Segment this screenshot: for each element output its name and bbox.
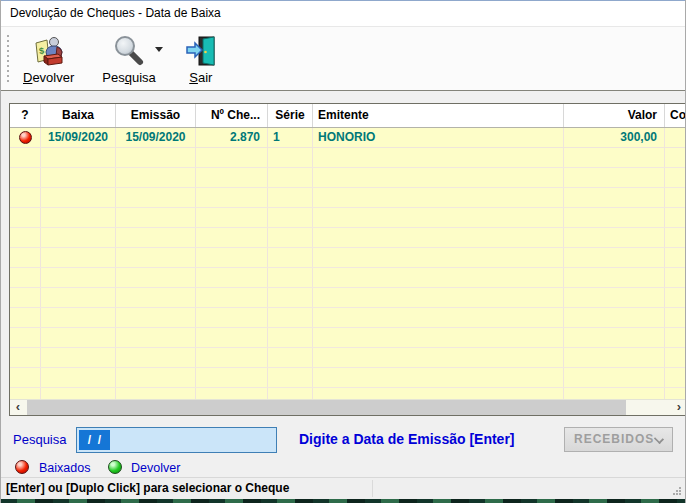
cell-baixa: 15/09/2020 <box>41 128 116 148</box>
cell-co <box>665 128 686 148</box>
row-flag-cell <box>10 128 41 148</box>
col-header-co[interactable]: Co <box>665 104 686 127</box>
magnifier-icon <box>112 34 146 68</box>
devolver-button-label: Devolver <box>23 70 74 85</box>
scroll-right-icon[interactable]: › <box>671 400 686 415</box>
app-window: Devolução de Cheques - Data de Baixa $ <box>0 0 686 503</box>
recebidos-dropdown[interactable]: RECEBIDOS <box>564 427 673 452</box>
grid-header: ? Baixa Emissão Nº Che... Série Emitente… <box>10 104 686 128</box>
cell-emissao: 15/09/2020 <box>116 128 196 148</box>
status-bar-divider <box>372 480 373 497</box>
search-input[interactable]: / / <box>76 427 277 453</box>
cell-serie: 1 <box>268 128 313 148</box>
grid-empty-area <box>10 148 686 399</box>
scrollbar-thumb[interactable] <box>27 400 626 415</box>
table-row[interactable]: 15/09/2020 15/09/2020 2.870 1 HONORIO 30… <box>10 128 686 148</box>
legend-devolver-label: Devolver <box>131 461 180 475</box>
green-circle-icon <box>108 460 122 474</box>
window-title: Devolução de Cheques - Data de Baixa <box>1 1 685 26</box>
cell-valor: 300,00 <box>564 128 665 148</box>
titlebar: Devolução de Cheques - Data de Baixa <box>1 0 685 27</box>
return-cheque-icon: $ <box>32 34 66 68</box>
chevron-down-icon[interactable] <box>155 47 163 56</box>
window-bottom-edge <box>1 499 685 503</box>
toolbar-buttons: $ Devolver <box>14 30 227 87</box>
sair-button-label: Sair <box>189 70 212 85</box>
exit-door-icon <box>184 34 218 68</box>
col-header-baixa[interactable]: Baixa <box>41 104 116 127</box>
sair-button[interactable]: Sair <box>175 30 227 87</box>
col-header-serie[interactable]: Série <box>268 104 313 127</box>
pesquisa-label: Pesquisa <box>13 432 66 447</box>
col-header-emissao[interactable]: Emissão <box>116 104 196 127</box>
cheques-grid: ? Baixa Emissão Nº Che... Série Emitente… <box>9 103 686 416</box>
date-mask-selection: / / <box>79 430 110 450</box>
col-header-emitente[interactable]: Emitente <box>313 104 564 127</box>
toolbar-gripper[interactable] <box>7 35 9 82</box>
col-header-flag[interactable]: ? <box>10 104 41 127</box>
status-bar-text: [Enter] ou [Duplo Click] para selecionar… <box>1 478 685 498</box>
scroll-left-icon[interactable]: ‹ <box>10 400 26 415</box>
col-header-ncheque[interactable]: Nº Che... <box>196 104 268 127</box>
pesquisa-button-label: Pesquisa <box>102 70 156 85</box>
devolver-button[interactable]: $ Devolver <box>14 30 83 87</box>
legend-baixados-label: Baixados <box>39 461 90 475</box>
red-circle-icon <box>19 131 32 144</box>
pesquisa-button[interactable]: Pesquisa <box>93 30 165 87</box>
horizontal-scrollbar[interactable]: ‹ › <box>10 399 686 415</box>
emission-date-prompt: Digite a Data de Emissão [Enter] <box>299 431 515 447</box>
cell-ncheque: 2.870 <box>196 128 268 148</box>
cell-emitente: HONORIO <box>313 128 564 148</box>
col-header-valor[interactable]: Valor <box>564 104 665 127</box>
red-circle-icon <box>15 460 29 474</box>
toolbar: $ Devolver <box>1 27 685 91</box>
status-bar: [Enter] ou [Duplo Click] para selecionar… <box>1 477 685 499</box>
resize-grip[interactable] <box>672 486 682 496</box>
